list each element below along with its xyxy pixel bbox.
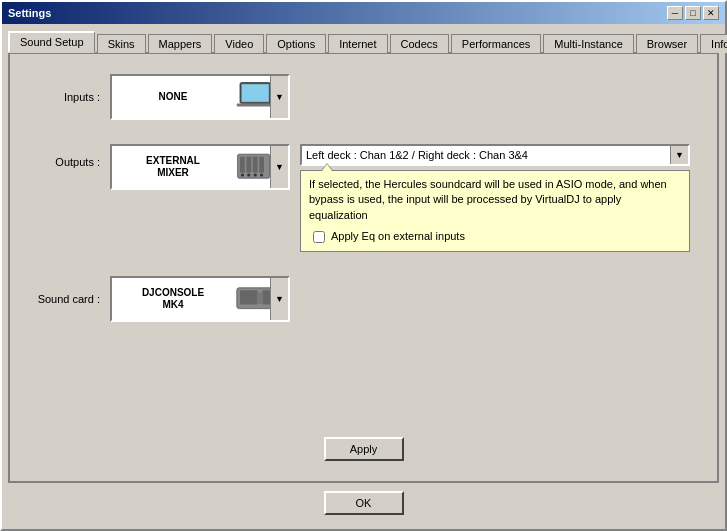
channel-select-text: Left deck : Chan 1&2 / Right deck : Chan…: [306, 149, 684, 161]
window-title: Settings: [8, 7, 51, 19]
inputs-label: Inputs :: [30, 91, 100, 103]
tooltip-box: If selected, the Hercules soundcard will…: [300, 170, 690, 252]
form-section: Inputs : NONE: [30, 74, 697, 461]
tabs-row: Sound Setup Skins Mappers Video Options …: [8, 30, 719, 54]
outputs-dropdown-content: EXTERNALMIXER: [116, 150, 284, 184]
inputs-dropdown[interactable]: NONE ▼: [110, 74, 290, 120]
svg-rect-23: [257, 292, 263, 303]
soundcard-device-name: DJCONSOLEMK4: [116, 287, 230, 311]
apply-eq-label: Apply Eq on external inputs: [331, 229, 465, 244]
spacer: [30, 346, 697, 393]
apply-eq-checkbox[interactable]: [313, 231, 325, 243]
tab-sound-setup[interactable]: Sound Setup: [8, 31, 95, 53]
apply-section: Apply: [30, 437, 697, 461]
settings-window: Settings ─ □ ✕ Sound Setup Skins Mappers…: [0, 0, 727, 531]
tooltip-text: If selected, the Hercules soundcard will…: [309, 178, 667, 221]
soundcard-dropdown[interactable]: DJCONSOLEMK4: [110, 276, 290, 322]
outputs-dropdown-arrow[interactable]: ▼: [270, 146, 288, 188]
svg-rect-8: [253, 157, 258, 173]
tab-skins[interactable]: Skins: [97, 34, 146, 53]
channel-select[interactable]: Left deck : Chan 1&2 / Right deck : Chan…: [300, 144, 690, 166]
inputs-dropdown-arrow[interactable]: ▼: [270, 76, 288, 118]
tab-info[interactable]: Info: [700, 34, 727, 53]
tab-performances[interactable]: Performances: [451, 34, 541, 53]
ok-section: OK: [8, 483, 719, 523]
checkbox-row: Apply Eq on external inputs: [309, 229, 681, 244]
svg-point-10: [241, 173, 244, 176]
svg-rect-17: [240, 290, 258, 304]
outputs-right-panel: Left deck : Chan 1&2 / Right deck : Chan…: [300, 144, 690, 252]
svg-point-12: [254, 173, 257, 176]
soundcard-row: Sound card : DJCONSOLEMK4: [30, 276, 697, 322]
tab-multi-instance[interactable]: Multi-Instance: [543, 34, 633, 53]
tab-internet[interactable]: Internet: [328, 34, 387, 53]
inputs-row: Inputs : NONE: [30, 74, 697, 120]
svg-rect-9: [259, 157, 264, 173]
window-content: Sound Setup Skins Mappers Video Options …: [2, 24, 725, 529]
title-bar: Settings ─ □ ✕: [2, 2, 725, 24]
minimize-button[interactable]: ─: [667, 6, 683, 20]
outputs-row: Outputs : EXTERNALMIXER: [30, 144, 697, 252]
apply-button[interactable]: Apply: [324, 437, 404, 461]
soundcard-label: Sound card :: [30, 293, 100, 305]
svg-point-11: [247, 173, 250, 176]
svg-rect-6: [240, 157, 245, 173]
svg-rect-2: [237, 103, 274, 106]
soundcard-dropdown-arrow[interactable]: ▼: [270, 278, 288, 320]
outputs-label: Outputs :: [30, 144, 100, 168]
inputs-device-name: NONE: [116, 91, 230, 103]
close-button[interactable]: ✕: [703, 6, 719, 20]
tab-codecs[interactable]: Codecs: [390, 34, 449, 53]
svg-rect-7: [246, 157, 251, 173]
ok-button[interactable]: OK: [324, 491, 404, 515]
channel-select-arrow[interactable]: ▼: [670, 146, 688, 164]
tab-content: Inputs : NONE: [8, 54, 719, 483]
outputs-dropdown[interactable]: EXTERNALMIXER: [110, 144, 290, 190]
tab-video[interactable]: Video: [214, 34, 264, 53]
title-bar-buttons: ─ □ ✕: [667, 6, 719, 20]
svg-rect-1: [242, 84, 269, 102]
tab-options[interactable]: Options: [266, 34, 326, 53]
inputs-dropdown-content: NONE: [116, 80, 284, 114]
maximize-button[interactable]: □: [685, 6, 701, 20]
outputs-device-name: EXTERNALMIXER: [116, 155, 230, 179]
tab-mappers[interactable]: Mappers: [148, 34, 213, 53]
svg-point-13: [260, 173, 263, 176]
soundcard-dropdown-content: DJCONSOLEMK4: [116, 282, 284, 316]
tab-browser[interactable]: Browser: [636, 34, 698, 53]
